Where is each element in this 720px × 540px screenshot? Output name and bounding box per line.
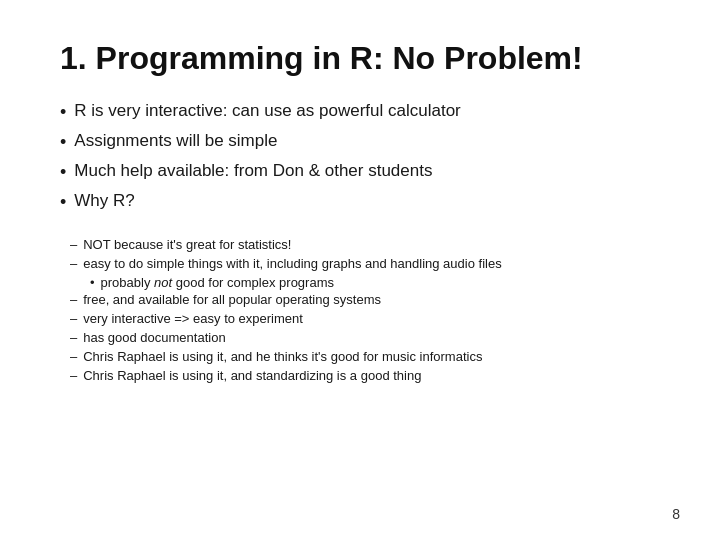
sub-item-4: very interactive => easy to experiment	[70, 311, 660, 326]
bullet-item-4: Why R?	[60, 191, 660, 213]
sub-sub-item-1: probably not good for complex programs	[90, 275, 660, 290]
slide-title: 1. Programming in R: No Problem!	[60, 40, 660, 77]
sub-item-7: Chris Raphael is using it, and standardi…	[70, 368, 660, 383]
bullet-item-3: Much help available: from Don & other st…	[60, 161, 660, 183]
sub-list: NOT because it's great for statistics! e…	[70, 237, 660, 387]
bullet-item-1: R is very interactive: can use as powerf…	[60, 101, 660, 123]
slide: 1. Programming in R: No Problem! R is ve…	[0, 0, 720, 540]
sub-sub-list: probably not good for complex programs	[90, 275, 660, 290]
sub-item-5: has good documentation	[70, 330, 660, 345]
bullet-item-2: Assignments will be simple	[60, 131, 660, 153]
page-number: 8	[672, 506, 680, 522]
bullet-list: R is very interactive: can use as powerf…	[60, 101, 660, 221]
sub-item-2: easy to do simple things with it, includ…	[70, 256, 660, 271]
sub-item-6: Chris Raphael is using it, and he thinks…	[70, 349, 660, 364]
sub-item-1: NOT because it's great for statistics!	[70, 237, 660, 252]
sub-item-3: free, and available for all popular oper…	[70, 292, 660, 307]
